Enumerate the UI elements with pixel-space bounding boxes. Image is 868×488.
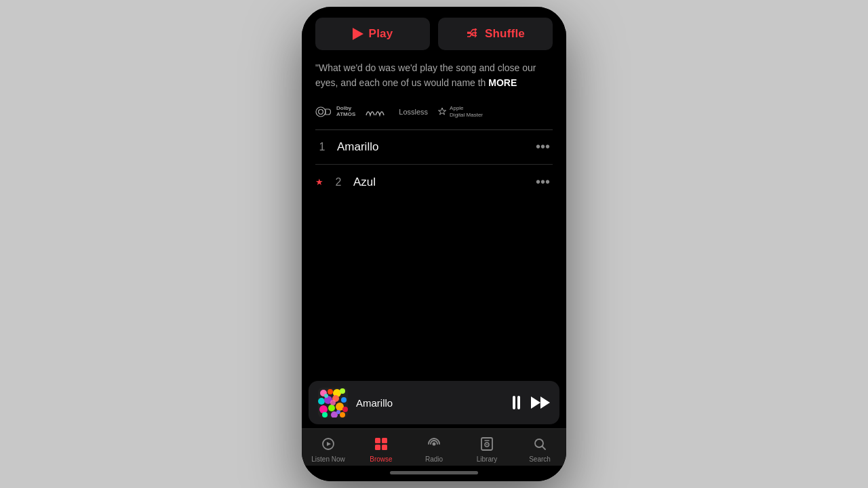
quote-text: "What we'd do was we'd play the song and… [315, 61, 553, 90]
action-buttons: Play Shuffle [302, 7, 566, 60]
browse-icon [372, 434, 391, 453]
svg-rect-26 [382, 445, 387, 450]
table-row: ★ 2 Azul ••• [315, 165, 553, 199]
table-row: 1 Amarillo ••• [315, 129, 553, 165]
play-button[interactable]: Play [315, 18, 430, 50]
track-number-1: 1 [315, 141, 329, 153]
svg-point-10 [341, 397, 347, 403]
svg-point-15 [322, 412, 328, 418]
svg-point-7 [318, 398, 325, 405]
svg-point-12 [328, 405, 335, 411]
playback-controls [513, 396, 550, 409]
svg-point-19 [330, 400, 336, 405]
track-list: 1 Amarillo ••• ★ 2 Azul ••• [302, 129, 566, 199]
fast-forward-button[interactable] [531, 396, 550, 409]
now-playing-bar[interactable]: Amarillo [309, 381, 559, 424]
svg-point-27 [433, 443, 436, 446]
ff-triangle-1 [531, 396, 540, 409]
tab-search[interactable]: Search [513, 434, 566, 463]
tab-radio-label: Radio [425, 455, 443, 463]
tab-browse-label: Browse [370, 455, 392, 463]
quote-section: "What we'd do was we'd play the song and… [302, 60, 566, 100]
tab-radio[interactable]: Radio [408, 434, 460, 463]
home-indicator [302, 466, 566, 481]
shuffle-button[interactable]: Shuffle [438, 18, 553, 50]
svg-rect-23 [375, 438, 380, 443]
dolby-atmos-badge: Dolby ATMOS [315, 106, 355, 118]
track-more-button-1[interactable]: ••• [533, 139, 553, 155]
tab-browse[interactable]: Browse [355, 434, 408, 463]
radio-icon [425, 434, 443, 453]
now-playing-title: Amarillo [356, 397, 505, 409]
play-icon [353, 28, 363, 40]
track-star-2: ★ [315, 177, 323, 187]
tab-listen-now[interactable]: Listen Now [302, 434, 355, 463]
svg-point-17 [340, 412, 345, 418]
svg-point-11 [319, 405, 328, 413]
svg-rect-24 [382, 438, 387, 443]
phone-shell: Play Shuffle " [302, 7, 566, 481]
svg-point-30 [486, 444, 488, 445]
tab-search-label: Search [529, 455, 551, 463]
svg-marker-22 [327, 442, 331, 446]
content-area: Play Shuffle " [302, 7, 566, 377]
tab-library-label: Library [477, 455, 498, 463]
search-icon [530, 434, 549, 453]
pause-bar-left [513, 396, 515, 409]
pause-button[interactable] [513, 396, 520, 409]
track-number-2: 2 [332, 176, 345, 188]
apple-digital-master-badge: Apple Digital Master [437, 105, 483, 118]
lossless-badge: Lossless [365, 106, 428, 118]
shuffle-label: Shuffle [485, 27, 525, 41]
listen-now-icon [319, 434, 338, 453]
play-label: Play [369, 27, 393, 41]
screen: Play Shuffle " [302, 7, 566, 481]
shuffle-icon [466, 28, 479, 39]
svg-point-1 [319, 109, 323, 114]
svg-rect-25 [375, 445, 380, 450]
svg-point-4 [328, 389, 333, 394]
tab-bar: Listen Now Browse [302, 428, 566, 466]
tab-listen-now-label: Listen Now [311, 455, 344, 463]
pause-bar-right [517, 396, 520, 409]
library-icon [477, 434, 496, 453]
track-name-2[interactable]: Azul [353, 176, 525, 189]
track-more-button-2[interactable]: ••• [533, 174, 553, 190]
svg-point-14 [342, 407, 348, 412]
tab-library[interactable]: Library [460, 434, 513, 463]
svg-point-0 [316, 107, 326, 117]
svg-point-6 [340, 388, 345, 394]
track-name-1[interactable]: Amarillo [337, 140, 525, 154]
badges-row: Dolby ATMOS Lossless [302, 100, 566, 129]
album-art [318, 388, 348, 418]
svg-point-31 [535, 439, 543, 447]
home-bar [390, 471, 478, 474]
svg-point-20 [336, 410, 340, 414]
ff-triangle-2 [540, 396, 550, 409]
more-link[interactable]: MORE [488, 77, 517, 88]
svg-point-18 [324, 394, 328, 398]
